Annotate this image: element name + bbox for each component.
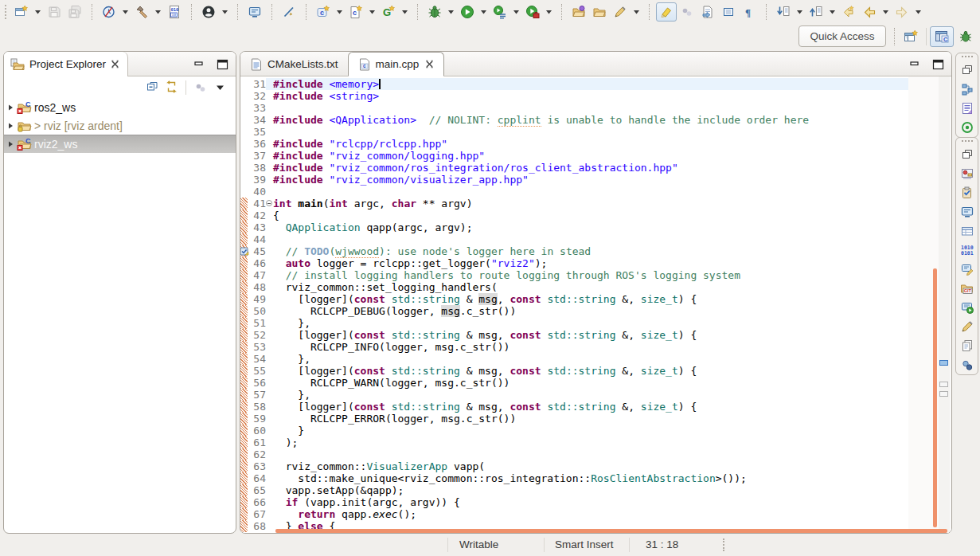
breakpoints-view-icon[interactable]: [958, 355, 977, 374]
new-c-project-icon[interactable]: c: [313, 2, 334, 22]
line-number: 53: [248, 341, 266, 353]
editor-tab-main-cpp[interactable]: cmain.cpp: [348, 52, 445, 76]
quick-access-button[interactable]: Quick Access: [798, 25, 886, 47]
highlight-icon[interactable]: [656, 2, 677, 22]
save-icon[interactable]: [44, 2, 64, 22]
fold-collapse-icon[interactable]: [266, 200, 272, 206]
next-annotation-icon[interactable]: [697, 2, 718, 22]
close-tab-icon[interactable]: [425, 60, 434, 69]
marker-view-icon[interactable]: [958, 317, 977, 336]
show-whitespace-icon[interactable]: ¶: [739, 2, 759, 22]
block-selection-icon[interactable]: [718, 2, 739, 22]
minimize-editor-button[interactable]: [908, 57, 922, 71]
open-console-icon[interactable]: [244, 2, 265, 22]
collapse-all-icon[interactable]: [143, 79, 162, 96]
tree-item-ros2-ws[interactable]: Cros2_ws: [4, 98, 236, 116]
outline-view-icon[interactable]: [958, 80, 977, 99]
user-profile-dropdown-icon[interactable]: [219, 2, 231, 22]
new-code-item-icon[interactable]: G: [378, 2, 399, 22]
code-editor[interactable]: 31#include <memory>32#include <string>33…: [240, 76, 951, 534]
docs-view-icon[interactable]: [958, 336, 977, 355]
run-history-icon[interactable]: [490, 2, 510, 22]
last-edit-back-dropdown-icon[interactable]: [826, 2, 838, 22]
toolbar-separator: [306, 4, 306, 20]
forward-dropdown-icon[interactable]: [912, 2, 924, 22]
back-dropdown-icon[interactable]: [880, 2, 892, 22]
stack-drag-handle[interactable]: [962, 56, 973, 59]
working-sets-icon[interactable]: [191, 79, 210, 96]
stack-drag-handle[interactable]: [962, 140, 973, 143]
profile-icon[interactable]: [522, 2, 543, 22]
skip-breakpoints-icon[interactable]: [99, 2, 119, 22]
coverage-view-icon[interactable]: [958, 118, 977, 137]
run-dropdown-icon[interactable]: [478, 2, 490, 22]
open-folder-icon[interactable]: [589, 2, 610, 22]
tree-item--rviz-rviz-ardent-[interactable]: > rviz [rviz ardent]: [4, 116, 236, 135]
linked-resources-icon[interactable]: [677, 2, 697, 22]
toolbar-drag-handle[interactable]: [5, 5, 7, 19]
restore-views-icon[interactable]: [958, 145, 977, 164]
run-history-dropdown-icon[interactable]: [510, 2, 522, 22]
skip-breakpoints-dropdown-icon[interactable]: [119, 2, 131, 22]
profile-dropdown-icon[interactable]: [543, 2, 555, 22]
overview-marker-gray[interactable]: [939, 382, 948, 387]
build-all-icon[interactable]: [131, 2, 152, 22]
overview-marker-blue[interactable]: [939, 360, 948, 366]
tree-item-rviz2-ws[interactable]: Crviz2_ws: [4, 135, 236, 153]
tasks-view-icon[interactable]: [958, 183, 977, 202]
back-to-edit-icon[interactable]: [838, 2, 859, 22]
minimize-view-button[interactable]: [193, 57, 206, 71]
project-explorer-tab[interactable]: Project Explorer: [4, 52, 128, 76]
forward-icon[interactable]: [892, 2, 912, 22]
back-icon[interactable]: [859, 2, 880, 22]
last-edit-forward-icon[interactable]: [773, 2, 794, 22]
mark-occurrences-dropdown-icon[interactable]: [631, 2, 642, 22]
user-profile-icon[interactable]: [198, 2, 219, 22]
console-view-icon[interactable]: [958, 202, 977, 221]
git-view-icon[interactable]: GIT: [958, 279, 977, 298]
expand-arrow-icon[interactable]: [7, 122, 16, 130]
last-edit-back-icon[interactable]: [806, 2, 826, 22]
maximize-editor-button[interactable]: [931, 57, 945, 71]
new-code-item-dropdown-icon[interactable]: [399, 2, 411, 22]
restore-views-icon[interactable]: [958, 61, 977, 80]
binary-icon[interactable]: 01010: [164, 2, 185, 22]
expand-arrow-icon[interactable]: [7, 140, 16, 148]
new-wizard-dropdown-icon[interactable]: [32, 2, 44, 22]
line-number: 51: [248, 317, 266, 329]
link-with-editor-icon[interactable]: [162, 79, 181, 96]
maximize-view-button[interactable]: [216, 57, 229, 71]
close-view-icon[interactable]: [111, 60, 119, 69]
last-edit-forward-dropdown-icon[interactable]: [794, 2, 806, 22]
cpp-perspective-button[interactable]: C: [930, 26, 954, 47]
search-view-icon[interactable]: [958, 164, 977, 183]
terminal-view-icon[interactable]: [958, 298, 977, 317]
view-menu-icon[interactable]: [210, 79, 229, 96]
open-perspective-button[interactable]: [899, 26, 923, 47]
new-c-file-dropdown-icon[interactable]: [366, 2, 378, 22]
debug-dropdown-icon[interactable]: [445, 2, 457, 22]
editor-tab-cmakelists-txt[interactable]: CMakeLists.txt: [240, 52, 348, 76]
overview-marker-gray[interactable]: [939, 391, 948, 397]
vertical-scrollbar-thumb[interactable]: [933, 268, 937, 527]
new-wizard-icon[interactable]: [11, 2, 32, 22]
run-icon[interactable]: [457, 2, 478, 22]
debug-perspective-button[interactable]: [954, 26, 978, 47]
debug-icon[interactable]: [424, 2, 445, 22]
toggle-annotations-icon[interactable]: [279, 2, 299, 22]
import-folder-icon[interactable]: [568, 2, 589, 22]
annotate-view-icon[interactable]: [958, 260, 977, 279]
expand-arrow-icon[interactable]: [7, 104, 16, 112]
properties-view-icon[interactable]: [958, 221, 977, 241]
new-c-file-icon[interactable]: c: [346, 2, 366, 22]
build-all-dropdown-icon[interactable]: [152, 2, 164, 22]
doc-view-icon[interactable]: [958, 99, 977, 118]
memory-view-icon[interactable]: 10100101: [958, 241, 977, 260]
new-c-project-dropdown-icon[interactable]: [334, 2, 346, 22]
save-all-icon[interactable]: [64, 2, 85, 22]
overview-ruler[interactable]: [939, 76, 950, 534]
horizontal-scrollbar-thumb[interactable]: [275, 529, 947, 533]
code-line-66: 66 if (vapp.init(argc, argv)) {: [240, 496, 908, 508]
task-marker-icon[interactable]: [240, 246, 249, 256]
mark-occurrences-icon[interactable]: [610, 2, 631, 22]
